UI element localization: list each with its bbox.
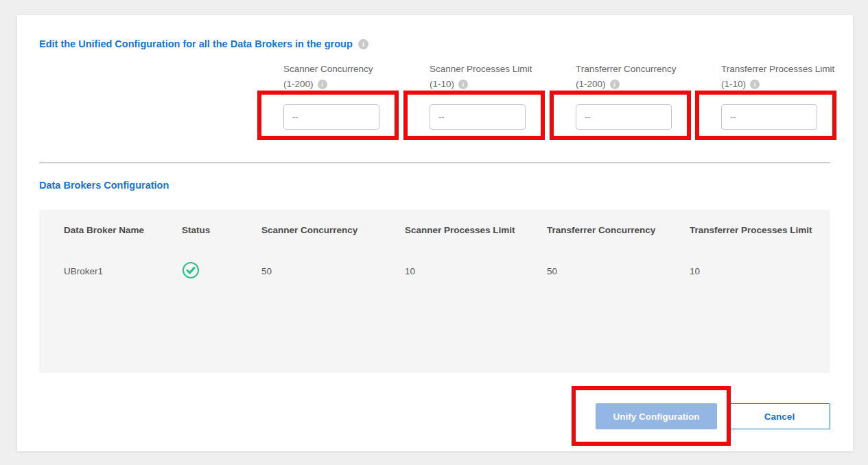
info-icon[interactable]: i [358,39,368,49]
info-icon[interactable]: i [610,80,620,89]
table-header-row: Data Broker Name Status Scanner Concurre… [39,210,830,250]
cell-broker-name: UBroker1 [64,266,182,276]
column-header-scanner-concurrency: Scanner Concurrency [261,225,405,235]
field-label: Transferrer Concurrency (1-200) i [576,62,677,92]
panel-title-text: Edit the Unified Configuration for all t… [39,38,353,49]
column-header-scanner-processes-limit: Scanner Processes Limit [405,225,547,235]
field-label: Scanner Concurrency (1-200) i [283,62,373,92]
field-scanner-processes-limit: Scanner Processes Limit (1-10) i [403,62,550,165]
column-header-transferrer-concurrency: Transferrer Concurrency [547,225,690,235]
field-range-text: (1-10) [721,77,746,92]
panel-title: Edit the Unified Configuration for all t… [39,38,368,49]
column-header-data-broker-name: Data Broker Name [64,225,182,235]
table-row: UBroker1 50 10 50 10 [39,250,830,292]
info-icon[interactable]: i [458,80,468,89]
scanner-concurrency-input[interactable] [283,104,379,130]
info-icon[interactable]: i [318,80,327,89]
table-title: Data Brokers Configuration [39,180,169,191]
transferrer-concurrency-input[interactable] [576,104,672,130]
cell-status [182,261,261,281]
section-divider [39,163,830,163]
cancel-button[interactable]: Cancel [729,403,830,429]
cell-transferrer-concurrency: 50 [547,266,690,276]
field-label: Transferrer Processes Limit (1-10) i [721,62,834,92]
unify-configuration-button[interactable]: Unify Configuration [596,403,717,429]
field-range-text: (1-10) [430,77,454,92]
field-label-text: Transferrer Processes Limit [721,62,834,77]
field-transferrer-concurrency: Transferrer Concurrency (1-200) i [550,62,696,165]
cell-transferrer-processes-limit: 10 [690,266,830,276]
scanner-processes-limit-input[interactable] [430,104,526,130]
field-label: Scanner Processes Limit (1-10) i [430,62,532,92]
page-background: { "colors": { "accent_blue": "#1973c8", … [0,0,868,465]
field-label-text: Scanner Concurrency [283,62,373,77]
unified-config-panel: Edit the Unified Configuration for all t… [17,15,853,451]
column-header-status: Status [182,225,261,235]
field-label-text: Transferrer Concurrency [576,62,677,77]
transferrer-processes-limit-input[interactable] [721,104,817,130]
field-range-text: (1-200) [576,77,606,92]
status-ok-icon [182,261,200,279]
field-range-text: (1-200) [283,77,314,92]
field-scanner-concurrency: Scanner Concurrency (1-200) i [257,62,403,165]
cell-scanner-processes-limit: 10 [405,266,547,276]
field-transferrer-processes-limit: Transferrer Processes Limit (1-10) i [695,62,841,165]
cell-scanner-concurrency: 50 [261,266,405,276]
field-label-text: Scanner Processes Limit [430,62,532,77]
info-icon[interactable]: i [750,80,760,89]
data-brokers-table: Data Broker Name Status Scanner Concurre… [39,210,830,373]
column-header-transferrer-processes-limit: Transferrer Processes Limit [690,225,830,235]
